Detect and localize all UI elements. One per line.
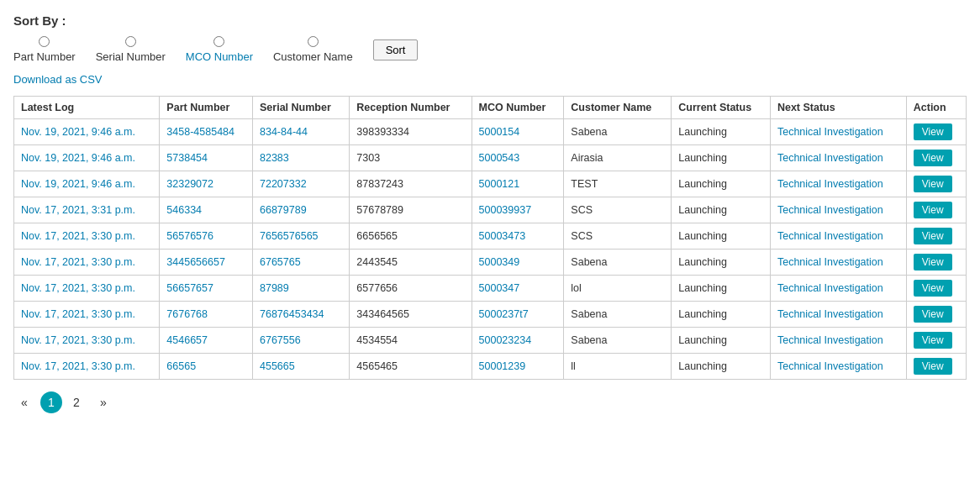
- link-latestLog[interactable]: Nov. 17, 2021, 3:30 p.m.: [21, 360, 135, 372]
- link-serialNumber[interactable]: 6767556: [260, 334, 301, 346]
- cell-mcoNumber: 500039937: [472, 197, 564, 223]
- link-serialNumber[interactable]: 66879789: [260, 204, 307, 216]
- table-row: Nov. 19, 2021, 9:46 a.m.5738454823837303…: [14, 145, 967, 171]
- cell-receptionNumber: 57678789: [350, 197, 472, 223]
- link-mcoNumber[interactable]: 5000349: [479, 256, 520, 268]
- sort-radio-opt-part[interactable]: [39, 36, 50, 47]
- link-mcoNumber[interactable]: 50003473: [479, 230, 526, 242]
- link-nextStatus[interactable]: Technical Investigation: [777, 204, 883, 216]
- table-row: Nov. 17, 2021, 3:31 p.m.5463346687978957…: [14, 197, 967, 223]
- link-serialNumber[interactable]: 455665: [260, 360, 295, 372]
- cell-mcoNumber: 5000237t7: [472, 302, 564, 328]
- view-button[interactable]: View: [914, 254, 952, 271]
- link-serialNumber[interactable]: 6765765: [260, 256, 301, 268]
- link-nextStatus[interactable]: Technical Investigation: [777, 360, 883, 372]
- view-button[interactable]: View: [914, 306, 952, 323]
- view-button[interactable]: View: [914, 176, 952, 192]
- cell-partNumber: 546334: [160, 197, 253, 223]
- view-button[interactable]: View: [914, 150, 952, 166]
- link-nextStatus[interactable]: Technical Investigation: [777, 282, 883, 294]
- pagination-prev[interactable]: «: [13, 391, 35, 413]
- cell-latestLog: Nov. 19, 2021, 9:46 a.m.: [14, 145, 160, 171]
- link-partNumber[interactable]: 32329072: [166, 178, 213, 190]
- cell-serialNumber: 7656576565: [253, 223, 350, 250]
- page-number-1[interactable]: 1: [40, 391, 62, 413]
- sort-section: Sort By : Part NumberSerial NumberMCO Nu…: [13, 13, 967, 63]
- link-serialNumber[interactable]: 76876453434: [260, 308, 324, 320]
- page-number-2[interactable]: 2: [66, 391, 87, 413]
- link-mcoNumber[interactable]: 5000347: [479, 282, 520, 294]
- sort-option-opt-mco[interactable]: MCO Number: [186, 36, 253, 63]
- link-partNumber[interactable]: 5738454: [166, 152, 208, 164]
- link-serialNumber[interactable]: 7656576565: [260, 230, 319, 242]
- link-latestLog[interactable]: Nov. 19, 2021, 9:46 a.m.: [21, 152, 135, 164]
- link-latestLog[interactable]: Nov. 17, 2021, 3:30 p.m.: [21, 308, 135, 320]
- link-partNumber[interactable]: 3458-4585484: [166, 126, 234, 138]
- view-button[interactable]: View: [914, 123, 952, 140]
- view-button[interactable]: View: [914, 202, 952, 218]
- link-latestLog[interactable]: Nov. 17, 2021, 3:30 p.m.: [21, 334, 135, 346]
- cell-partNumber: 66565: [160, 354, 253, 380]
- view-button[interactable]: View: [914, 358, 952, 375]
- cell-serialNumber: 87989: [253, 276, 350, 302]
- link-latestLog[interactable]: Nov. 17, 2021, 3:30 p.m.: [21, 256, 135, 268]
- cell-action: View: [906, 328, 966, 354]
- cell-action: View: [906, 197, 966, 223]
- link-partNumber[interactable]: 56576576: [166, 230, 213, 242]
- sort-label-opt-serial: Serial Number: [96, 50, 166, 63]
- cell-action: View: [906, 276, 966, 302]
- cell-nextStatus: Technical Investigation: [770, 250, 906, 276]
- link-partNumber[interactable]: 66565: [166, 360, 196, 372]
- table-row: Nov. 17, 2021, 3:30 p.m.7676768768764534…: [14, 302, 967, 328]
- link-serialNumber[interactable]: 72207332: [260, 178, 307, 190]
- table-row: Nov. 17, 2021, 3:30 p.m.3445656657676576…: [14, 250, 967, 276]
- cell-latestLog: Nov. 17, 2021, 3:30 p.m.: [14, 354, 160, 380]
- link-partNumber[interactable]: 546334: [166, 204, 202, 216]
- link-mcoNumber[interactable]: 500023234: [479, 334, 532, 346]
- link-nextStatus[interactable]: Technical Investigation: [777, 152, 883, 164]
- link-partNumber[interactable]: 4546657: [166, 334, 208, 346]
- pagination-next[interactable]: »: [92, 391, 114, 413]
- link-latestLog[interactable]: Nov. 17, 2021, 3:31 p.m.: [21, 204, 135, 216]
- link-nextStatus[interactable]: Technical Investigation: [777, 334, 883, 346]
- cell-customerName: Sabena: [564, 328, 672, 354]
- link-mcoNumber[interactable]: 5000154: [479, 126, 520, 138]
- cell-mcoNumber: 5000543: [472, 145, 564, 171]
- link-serialNumber[interactable]: 834-84-44: [260, 126, 308, 138]
- link-nextStatus[interactable]: Technical Investigation: [777, 256, 883, 268]
- link-partNumber[interactable]: 3445656657: [166, 256, 225, 268]
- link-mcoNumber[interactable]: 50001239: [479, 360, 526, 372]
- sort-option-opt-serial[interactable]: Serial Number: [96, 36, 166, 63]
- link-nextStatus[interactable]: Technical Investigation: [777, 308, 883, 320]
- table-row: Nov. 17, 2021, 3:30 p.m.5665765787989657…: [14, 276, 967, 302]
- link-nextStatus[interactable]: Technical Investigation: [777, 178, 883, 190]
- sort-button[interactable]: Sort: [373, 39, 419, 60]
- link-partNumber[interactable]: 56657657: [166, 282, 213, 294]
- col-header-latest-log: Latest Log: [14, 97, 160, 119]
- link-partNumber[interactable]: 7676768: [166, 308, 208, 320]
- view-button[interactable]: View: [914, 332, 952, 349]
- link-serialNumber[interactable]: 87989: [260, 282, 289, 294]
- sort-radio-opt-serial[interactable]: [125, 36, 136, 47]
- sort-radio-opt-customer[interactable]: [308, 36, 319, 47]
- sort-option-opt-part[interactable]: Part Number: [13, 36, 76, 63]
- link-nextStatus[interactable]: Technical Investigation: [777, 126, 883, 138]
- col-header-next-status: Next Status: [770, 97, 906, 119]
- link-latestLog[interactable]: Nov. 17, 2021, 3:30 p.m.: [21, 230, 135, 242]
- link-latestLog[interactable]: Nov. 17, 2021, 3:30 p.m.: [21, 282, 135, 294]
- download-csv-link[interactable]: Download as CSV: [13, 73, 103, 86]
- link-latestLog[interactable]: Nov. 19, 2021, 9:46 a.m.: [21, 178, 135, 190]
- link-latestLog[interactable]: Nov. 19, 2021, 9:46 a.m.: [21, 126, 135, 138]
- cell-partNumber: 56576576: [160, 223, 253, 250]
- sort-radio-opt-mco[interactable]: [213, 36, 224, 47]
- view-button[interactable]: View: [914, 280, 952, 297]
- link-mcoNumber[interactable]: 500039937: [479, 204, 532, 216]
- link-mcoNumber[interactable]: 5000543: [479, 152, 520, 164]
- link-nextStatus[interactable]: Technical Investigation: [777, 230, 883, 242]
- link-mcoNumber[interactable]: 5000121: [479, 178, 520, 190]
- view-button[interactable]: View: [914, 228, 952, 244]
- sort-option-opt-customer[interactable]: Customer Name: [273, 36, 353, 63]
- link-mcoNumber[interactable]: 5000237t7: [479, 308, 529, 320]
- link-serialNumber[interactable]: 82383: [260, 152, 289, 164]
- cell-receptionNumber: 6577656: [350, 276, 472, 302]
